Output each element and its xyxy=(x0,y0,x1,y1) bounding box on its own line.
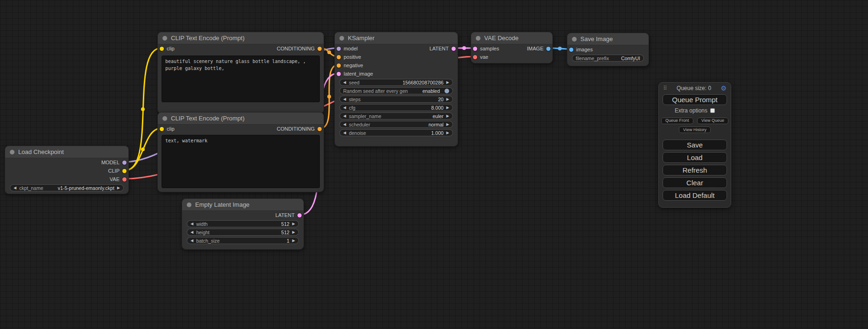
left-arrow-icon[interactable]: ◀ xyxy=(343,81,346,84)
node-save-image[interactable]: Save Image images filename_prefix ComfyU… xyxy=(567,33,649,66)
port-dot[interactable] xyxy=(318,127,322,131)
node-title-bar[interactable]: KSampler xyxy=(335,32,458,44)
port-dot[interactable] xyxy=(473,47,477,51)
port-dot[interactable] xyxy=(569,48,573,52)
port-dot[interactable] xyxy=(452,47,456,51)
extra-options-checkbox[interactable] xyxy=(710,108,715,113)
right-arrow-icon[interactable]: ▶ xyxy=(292,222,295,226)
right-arrow-icon[interactable]: ▶ xyxy=(446,123,449,126)
left-arrow-icon[interactable]: ◀ xyxy=(191,231,193,234)
view-history-button[interactable]: View History xyxy=(679,126,711,133)
widget-steps[interactable]: ◀ steps 20 ▶ xyxy=(339,96,453,103)
port-dot[interactable] xyxy=(122,177,127,182)
right-arrow-icon[interactable]: ▶ xyxy=(292,231,295,234)
port-dot[interactable] xyxy=(546,47,550,51)
port-dot[interactable] xyxy=(297,213,302,217)
toggle-dot-icon[interactable] xyxy=(445,89,449,93)
widget-seed-control[interactable]: Random seed after every gen enabled xyxy=(339,87,453,94)
collapse-dot-icon[interactable] xyxy=(10,150,14,154)
output-port-latent[interactable]: LATENT xyxy=(430,46,456,51)
output-port-image[interactable]: IMAGE xyxy=(527,46,550,51)
link-midpoint-dot[interactable] xyxy=(327,95,331,98)
widget-height[interactable]: ◀ height 512 ▶ xyxy=(187,229,299,236)
drag-handle-icon[interactable]: ⠿ xyxy=(663,85,667,91)
gear-icon[interactable]: ⚙ xyxy=(720,85,727,91)
node-title-bar[interactable]: CLIP Text Encode (Prompt) xyxy=(158,112,324,125)
input-port-negative[interactable]: negative xyxy=(337,63,363,68)
view-queue-button[interactable]: View Queue xyxy=(697,118,728,124)
collapse-dot-icon[interactable] xyxy=(339,36,344,41)
output-port-latent[interactable]: LATENT xyxy=(275,212,302,218)
link-midpoint-dot[interactable] xyxy=(141,107,145,111)
input-port-positive[interactable]: positive xyxy=(337,54,361,60)
load-default-button[interactable]: Load Default xyxy=(663,190,727,201)
input-port-vae[interactable]: vae xyxy=(473,54,488,60)
left-arrow-icon[interactable]: ◀ xyxy=(343,106,346,110)
widget-width[interactable]: ◀ width 512 ▶ xyxy=(187,220,299,227)
input-port-clip[interactable]: clip xyxy=(160,46,175,51)
node-title-bar[interactable]: CLIP Text Encode (Prompt) xyxy=(158,32,324,44)
collapse-dot-icon[interactable] xyxy=(162,116,167,121)
input-port-images[interactable]: images xyxy=(569,47,593,52)
right-arrow-icon[interactable]: ▶ xyxy=(446,114,449,118)
right-arrow-icon[interactable]: ▶ xyxy=(446,106,449,110)
collapse-dot-icon[interactable] xyxy=(476,36,480,41)
widget-ckpt-name[interactable]: ◀ ckpt_name v1-5-pruned-emaonly.ckpt ▶ xyxy=(10,184,124,191)
node-title-bar[interactable]: Save Image xyxy=(567,33,649,45)
output-port-conditioning[interactable]: CONDITIONING xyxy=(277,126,322,132)
port-dot[interactable] xyxy=(337,63,341,68)
output-port-clip[interactable]: CLIP xyxy=(108,168,127,174)
port-dot[interactable] xyxy=(473,55,477,59)
port-dot[interactable] xyxy=(337,72,341,76)
input-port-latent-image[interactable]: latent_image xyxy=(337,71,373,77)
comfyui-canvas[interactable]: { "colors": { "model": "#B39DDB", "clip"… xyxy=(0,0,868,329)
node-ksampler[interactable]: KSampler model LATENT positive negative … xyxy=(334,32,458,147)
prompt-textarea[interactable]: text, watermark xyxy=(162,135,320,188)
input-port-samples[interactable]: samples xyxy=(473,46,499,51)
left-arrow-icon[interactable]: ◀ xyxy=(191,239,193,243)
prompt-textarea[interactable]: beautiful scenery nature glass bottle la… xyxy=(162,56,320,102)
node-clip-text-encode-positive[interactable]: CLIP Text Encode (Prompt) clip CONDITION… xyxy=(157,32,324,114)
input-port-model[interactable]: model xyxy=(337,46,358,51)
collapse-dot-icon[interactable] xyxy=(572,37,577,42)
port-dot[interactable] xyxy=(337,55,341,59)
widget-cfg[interactable]: ◀ cfg 8.000 ▶ xyxy=(339,104,453,111)
collapse-dot-icon[interactable] xyxy=(187,203,191,207)
widget-sampler-name[interactable]: ◀ sampler_name euler ▶ xyxy=(339,112,453,119)
node-load-checkpoint[interactable]: Load Checkpoint MODEL CLIP VAE ◀ ckpt_na… xyxy=(5,146,129,194)
left-arrow-icon[interactable]: ◀ xyxy=(343,98,346,101)
port-dot[interactable] xyxy=(318,47,322,51)
left-arrow-icon[interactable]: ◀ xyxy=(343,114,346,118)
output-port-conditioning[interactable]: CONDITIONING xyxy=(277,46,322,51)
right-arrow-icon[interactable]: ▶ xyxy=(446,98,449,101)
widget-batch-size[interactable]: ◀ batch_size 1 ▶ xyxy=(187,237,299,244)
refresh-button[interactable]: Refresh xyxy=(663,165,727,175)
port-dot[interactable] xyxy=(122,169,127,173)
right-arrow-icon[interactable]: ▶ xyxy=(292,239,295,243)
output-port-model[interactable]: MODEL xyxy=(101,160,127,165)
link-midpoint-dot[interactable] xyxy=(141,147,145,151)
left-arrow-icon[interactable]: ◀ xyxy=(191,222,193,226)
widget-seed[interactable]: ◀ seed 156680208700286 ▶ xyxy=(339,79,453,86)
node-vae-decode[interactable]: VAE Decode samples IMAGE vae xyxy=(471,32,553,63)
port-dot[interactable] xyxy=(122,161,127,165)
output-port-vae[interactable]: VAE xyxy=(110,176,127,182)
port-dot[interactable] xyxy=(337,47,341,51)
queue-front-button[interactable]: Queue Front xyxy=(661,118,693,124)
node-clip-text-encode-negative[interactable]: CLIP Text Encode (Prompt) clip CONDITION… xyxy=(157,112,324,192)
clear-button[interactable]: Clear xyxy=(663,177,727,188)
widget-filename-prefix[interactable]: filename_prefix ComfyUI xyxy=(572,55,644,62)
node-empty-latent-image[interactable]: Empty Latent Image LATENT ◀ width 512 ▶ … xyxy=(182,198,304,250)
comfy-menu-panel[interactable]: ⠿ Queue size: 0 ⚙ Queue Prompt Extra opt… xyxy=(658,82,731,208)
left-arrow-icon[interactable]: ◀ xyxy=(343,131,346,135)
port-dot[interactable] xyxy=(160,47,164,51)
load-button[interactable]: Load xyxy=(663,152,727,163)
queue-prompt-button[interactable]: Queue Prompt xyxy=(663,94,727,105)
link-midpoint-dot[interactable] xyxy=(327,50,331,54)
link-midpoint-dot[interactable] xyxy=(558,47,562,50)
widget-scheduler[interactable]: ◀ scheduler normal ▶ xyxy=(339,121,453,128)
node-title-bar[interactable]: Empty Latent Image xyxy=(182,199,303,211)
right-arrow-icon[interactable]: ▶ xyxy=(446,131,449,135)
node-title-bar[interactable]: Load Checkpoint xyxy=(5,146,128,158)
link-midpoint-dot[interactable] xyxy=(462,46,466,50)
